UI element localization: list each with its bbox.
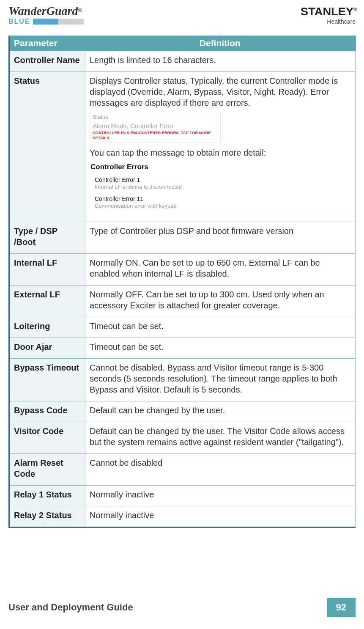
logo-registered: ® <box>78 7 82 14</box>
error-item: Controller Error 11Communication error w… <box>95 195 220 210</box>
brand-sub-text: Healthcare <box>302 18 356 25</box>
logo-stanley: STANLEY® Healthcare <box>302 5 356 25</box>
param-cell: Loitering <box>9 317 85 338</box>
definition-cell: Default can be changed by the user. <box>85 401 356 422</box>
table-row: Bypass TimeoutCannot be disabled. Bypass… <box>9 359 356 401</box>
param-cell: Alarm Reset Code <box>9 454 85 486</box>
param-cell: Bypass Timeout <box>9 359 85 401</box>
footer-title: User and Deployment Guide <box>8 602 133 613</box>
table-row: Visitor CodeDefault can be changed by th… <box>9 422 356 454</box>
definition-cell: Normally inactive <box>85 486 356 506</box>
table-row: Alarm Reset CodeCannot be disabled <box>9 454 356 486</box>
error-detail: Internal LF antenna is disconnected <box>95 184 220 191</box>
parameters-table: Parameter Definition Controller NameLeng… <box>8 36 356 528</box>
definition-cell: Cannot be disabled <box>85 454 356 486</box>
page-header: WanderGuard® BLUE STANLEY® Healthcare <box>8 5 356 25</box>
table-row: Controller NameLength is limited to 16 c… <box>9 51 356 72</box>
table-row: External LFNormally OFF. Can be set to u… <box>9 286 356 317</box>
status-mode: Alarm Mode, Controller Error <box>93 122 218 130</box>
definition-cell: Normally inactive <box>85 506 356 527</box>
definition-cell: Normally ON. Can be set to up to 650 cm.… <box>85 254 356 286</box>
table-row: Relay 1 StatusNormally inactive <box>9 486 356 506</box>
status-label: Status <box>93 114 218 121</box>
table-row: Door AjarTimeout can be set. <box>9 338 356 359</box>
table-row: LoiteringTimeout can be set. <box>9 317 356 338</box>
param-cell: Controller Name <box>9 51 85 72</box>
page-number: 92 <box>327 598 356 617</box>
table-header-row: Parameter Definition <box>9 36 356 51</box>
header-parameter: Parameter <box>9 36 85 51</box>
param-cell: Bypass Code <box>9 401 85 422</box>
param-cell: Visitor Code <box>9 422 85 454</box>
definition-cell: Displays Controller status. Typically, t… <box>85 72 356 222</box>
definition-cell: Timeout can be set. <box>85 317 356 338</box>
definition-cell: Timeout can be set. <box>85 338 356 359</box>
table-row: Type / DSP /BootType of Controller plus … <box>9 222 356 254</box>
header-definition: Definition <box>85 36 356 51</box>
param-cell: Type / DSP /Boot <box>9 222 85 254</box>
table-row: StatusDisplays Controller status. Typica… <box>9 72 356 222</box>
definition-cell: Type of Controller plus DSP and boot fir… <box>85 222 356 254</box>
logo-main-text: WanderGuard <box>8 4 78 17</box>
status-description-mid: You can tap the message to obtain more d… <box>90 147 351 158</box>
error-item: Controller Error 1Internal LF antenna is… <box>95 176 220 191</box>
page-footer: User and Deployment Guide 92 <box>8 598 356 617</box>
brand-text: STANLEY <box>301 5 353 18</box>
param-cell: Status <box>9 72 85 222</box>
definition-cell: Normally OFF. Can be set to up to 300 cm… <box>85 286 356 317</box>
status-error-line: CONTROLLER HAS ENCOUNTERED ERRORS, TAP F… <box>93 131 218 140</box>
status-description-pre: Displays Controller status. Typically, t… <box>90 75 351 108</box>
param-cell: External LF <box>9 286 85 317</box>
param-cell: Door Ajar <box>9 338 85 359</box>
logo-wanderguard: WanderGuard® BLUE <box>8 5 84 25</box>
error-detail: Communication error with keypad <box>95 203 220 210</box>
error-title: Controller Error 1 <box>95 176 220 184</box>
error-title: Controller Error 11 <box>95 195 220 203</box>
status-widget: StatusAlarm Mode, Controller ErrorCONTRO… <box>90 112 221 143</box>
definition-cell: Cannot be disabled. Bypass and Visitor t… <box>85 359 356 401</box>
definition-cell: Length is limited to 16 characters. <box>85 51 356 72</box>
table-row: Internal LFNormally ON. Can be set to up… <box>9 254 356 286</box>
table-row: Bypass CodeDefault can be changed by the… <box>9 401 356 422</box>
table-row: Relay 2 StatusNormally inactive <box>9 506 356 527</box>
param-cell: Relay 1 Status <box>9 486 85 506</box>
logo-sub-text: BLUE <box>8 18 30 25</box>
controller-errors-widget: Controller ErrorsController Error 1Inter… <box>90 161 221 216</box>
errors-title: Controller Errors <box>90 162 220 172</box>
logo-bar-icon <box>33 19 84 25</box>
definition-cell: Default can be changed by the user. The … <box>85 422 356 454</box>
param-cell: Relay 2 Status <box>9 506 85 527</box>
brand-tm: ® <box>353 7 357 12</box>
param-cell: Internal LF <box>9 254 85 286</box>
